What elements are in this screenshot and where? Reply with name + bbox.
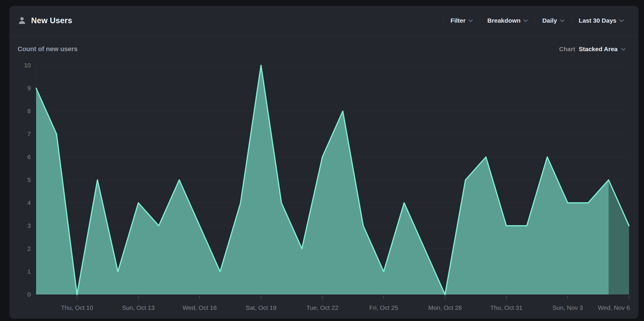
date-range-dropdown[interactable]: Last 30 Days xyxy=(572,17,631,24)
sub-header: Count of new users Chart Stacked Area xyxy=(9,36,638,63)
filter-dropdown[interactable]: Filter xyxy=(444,17,480,24)
chart-type-dropdown[interactable]: Chart Stacked Area xyxy=(559,46,626,53)
date-range-dropdown-label: Last 30 Days xyxy=(579,17,616,24)
chevron-down-icon xyxy=(560,19,564,22)
metric-label: Count of new users xyxy=(18,45,77,53)
chart-type-caption: Chart xyxy=(559,46,575,53)
breakdown-dropdown-label: Breakdown xyxy=(487,17,520,24)
title-group: New Users xyxy=(18,16,72,25)
person-icon xyxy=(18,16,26,25)
breakdown-dropdown[interactable]: Breakdown xyxy=(480,17,535,24)
filter-dropdown-label: Filter xyxy=(451,17,466,24)
card-header: New Users Filter Breakdown Daily xyxy=(9,6,638,35)
chart-type-value: Stacked Area xyxy=(579,46,618,53)
chevron-down-icon xyxy=(619,19,624,22)
dashboard-page: New Users Filter Breakdown Daily xyxy=(0,0,644,321)
interval-dropdown-label: Daily xyxy=(542,17,557,24)
chevron-down-icon xyxy=(621,48,626,51)
page-title: New Users xyxy=(31,16,72,25)
interval-dropdown[interactable]: Daily xyxy=(535,17,571,24)
chevron-down-icon xyxy=(468,19,473,22)
header-controls: Filter Breakdown Daily Last 30 Days xyxy=(443,6,631,35)
chevron-down-icon xyxy=(523,19,528,22)
